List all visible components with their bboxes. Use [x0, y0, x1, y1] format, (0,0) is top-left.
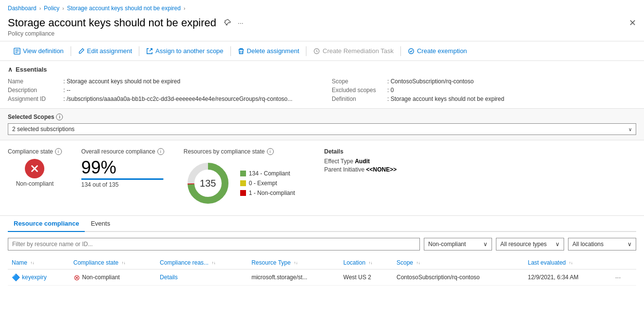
tab-events[interactable]: Events — [85, 216, 116, 232]
donut-legend: 134 - Compliant 0 - Exempt 1 - Non-compl… — [240, 170, 295, 196]
compliance-state-info-icon[interactable]: i — [55, 148, 62, 155]
breadcrumb-policy[interactable]: Policy — [44, 5, 59, 12]
resource-name-link[interactable]: 🔷 keyexpiry — [12, 273, 66, 281]
toolbar-divider-5 — [400, 46, 401, 56]
row-compliance-state-cell: ⊗ Non-compliant — [70, 269, 156, 286]
more-options-button[interactable]: ··· — [236, 18, 246, 28]
breadcrumb-sep-1: › — [39, 6, 41, 11]
delete-assignment-button[interactable]: Delete assignment — [232, 45, 305, 57]
resources-by-state-info-icon[interactable]: i — [267, 148, 274, 155]
delete-assignment-label: Delete assignment — [247, 47, 300, 55]
compliance-state-value: Non-compliant — [16, 180, 54, 187]
scopes-title-text: Selected Scopes — [8, 114, 54, 120]
resource-compliance-tabs: Resource compliance Events — [8, 216, 636, 232]
row-more-cell: ··· — [608, 269, 636, 286]
row-reason-cell: Details — [156, 269, 247, 286]
row-scope-cell: ContosoSubscription/rq-contoso — [393, 269, 524, 286]
overall-compliance-block: Overall resource compliance i 99% 134 ou… — [81, 148, 164, 208]
table-header-row: Name ↑↓ Compliance state ↑↓ Compliance r… — [8, 256, 636, 269]
page-header: Storage account keys should not be expir… — [0, 15, 644, 41]
exempt-label: 0 - Exempt — [249, 180, 277, 187]
assign-scope-button[interactable]: Assign to another scope — [140, 45, 229, 57]
sort-scope-icon: ↑↓ — [416, 261, 420, 265]
essentials-id-value: : /subscriptions/aaaa0a0a-bb1b-cc2c-dd3d… — [63, 96, 292, 102]
col-compliance-reason[interactable]: Compliance reas... ↑↓ — [156, 256, 247, 269]
essentials-excluded-label: Excluded scopes — [332, 87, 385, 94]
toolbar-divider-4 — [306, 46, 306, 56]
essentials-excluded-row: Excluded scopes : 0 — [332, 86, 636, 95]
pin-button[interactable] — [222, 18, 233, 28]
col-location[interactable]: Location ↑↓ — [340, 256, 393, 269]
location-filter[interactable]: All locations ∨ — [568, 238, 636, 250]
assign-scope-label: Assign to another scope — [155, 47, 223, 55]
essentials-scope-row: Scope : ContosoSubscription/rq-contoso — [332, 77, 636, 86]
scopes-info-icon[interactable]: i — [56, 114, 63, 120]
essentials-desc-value: : -- — [63, 87, 71, 94]
resource-name-value: keyexpiry — [22, 274, 47, 281]
row-name-cell: 🔷 keyexpiry — [8, 269, 70, 286]
essentials-name-label: Name — [8, 78, 61, 85]
overall-compliance-info-icon[interactable]: i — [157, 148, 164, 155]
create-exemption-button[interactable]: Create exemption — [402, 45, 473, 57]
essentials-header[interactable]: ∧ Essentials — [8, 66, 636, 73]
compliance-state-display: Non-compliant — [8, 159, 62, 187]
page-title: Storage account keys should not be expir… — [8, 17, 216, 29]
resource-type-filter[interactable]: All resource types ∨ — [496, 238, 564, 250]
compliance-state-filter-value: Non-compliant — [428, 241, 466, 248]
location-filter-value: All locations — [572, 241, 604, 248]
col-compliance-state[interactable]: Compliance state ↑↓ — [70, 256, 156, 269]
sort-type-icon: ↑↓ — [294, 261, 298, 265]
page-title-icons: ··· — [222, 18, 246, 28]
col-name[interactable]: Name ↑↓ — [8, 256, 70, 269]
col-scope[interactable]: Scope ↑↓ — [393, 256, 524, 269]
col-last-evaluated[interactable]: Last evaluated ↑↓ — [524, 256, 608, 269]
toolbar-divider-3 — [230, 46, 231, 56]
essentials-definition-label: Definition — [332, 96, 385, 102]
non-compliant-x-icon: ⊗ — [74, 273, 80, 282]
create-remediation-label: Create Remediation Task — [322, 47, 394, 55]
table-row: 🔷 keyexpiry ⊗ Non-compliant Details micr… — [8, 269, 636, 286]
essentials-excluded-value: : 0 — [387, 87, 394, 94]
compliance-details-link[interactable]: Details — [160, 274, 178, 281]
resources-by-state-title: Resources by compliance state — [184, 148, 265, 155]
resources-by-state-label: Resources by compliance state i — [184, 148, 295, 155]
essentials-grid: Name : Storage account keys should not b… — [8, 77, 636, 103]
filters-row: Non-compliant ∨ All resource types ∨ All… — [8, 238, 636, 250]
row-more-button[interactable]: ··· — [612, 272, 624, 282]
edit-assignment-button[interactable]: Edit assignment — [72, 45, 138, 57]
legend-compliant: 134 - Compliant — [240, 170, 295, 177]
sort-reason-icon: ↑↓ — [211, 261, 215, 265]
resource-compliance-section: Resource compliance Events Non-compliant… — [0, 216, 644, 293]
breadcrumb-dashboard[interactable]: Dashboard — [8, 5, 37, 12]
compliant-dot — [240, 171, 246, 176]
create-remediation-button[interactable]: Create Remediation Task — [307, 45, 399, 57]
effect-type-label: Effect Type — [324, 158, 354, 165]
create-exemption-label: Create exemption — [417, 47, 467, 55]
resource-type-chevron-icon: ∨ — [555, 241, 560, 248]
essentials-id-row: Assignment ID : /subscriptions/aaaa0a0a-… — [8, 95, 312, 103]
resource-filter-input[interactable] — [8, 238, 420, 250]
overall-compliance-title: Overall resource compliance — [81, 148, 155, 155]
sort-location-icon: ↑↓ — [368, 261, 372, 265]
col-resource-type[interactable]: Resource Type ↑↓ — [247, 256, 340, 269]
essentials-chevron-icon: ∧ — [8, 66, 13, 73]
scope-value: ContosoSubscription/rq-contoso — [397, 274, 480, 281]
close-button[interactable]: ✕ — [629, 18, 636, 28]
tab-resource-compliance[interactable]: Resource compliance — [8, 216, 85, 232]
row-type-cell: microsoft.storage/st... — [247, 269, 340, 286]
view-definition-button[interactable]: View definition — [8, 45, 70, 57]
compliant-label: 134 - Compliant — [249, 170, 290, 177]
compliance-bar — [81, 178, 164, 180]
last-evaluated-value: 12/9/2021, 6:34 AM — [528, 274, 578, 281]
sort-evaluated-icon: ↑↓ — [569, 261, 573, 265]
sort-state-icon: ↑↓ — [122, 261, 126, 265]
compliance-state-filter[interactable]: Non-compliant ∨ — [424, 238, 492, 250]
legend-exempt: 0 - Exempt — [240, 180, 295, 187]
overall-compliance-label: Overall resource compliance i — [81, 148, 164, 155]
scopes-section: Selected Scopes i 2 selected subscriptio… — [0, 109, 644, 140]
donut-chart: 135 — [184, 159, 232, 208]
compliance-state-label: Compliance state i — [8, 148, 62, 155]
scope-dropdown[interactable]: 2 selected subscriptions ∨ — [8, 123, 636, 135]
compliance-percentage: 99% — [81, 159, 164, 176]
compliance-state-title: Compliance state — [8, 148, 53, 155]
